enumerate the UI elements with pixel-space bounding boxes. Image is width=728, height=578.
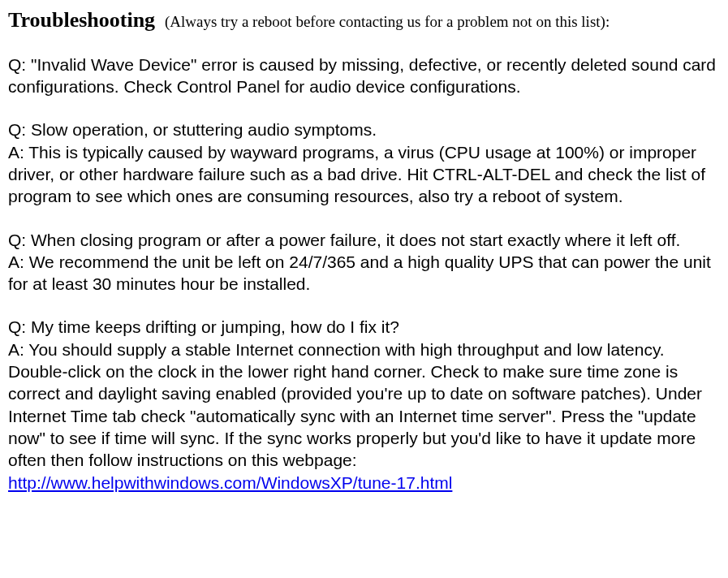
question-text: Q: My time keeps drifting or jumping, ho… [8,316,720,338]
answer-prefix: A: You should supply a stable Internet c… [8,340,702,469]
qa-item-1: Q: "Invalid Wave Device" error is caused… [8,54,720,98]
page-title: Troubleshooting [8,8,155,32]
page-subtitle: (Always try a reboot before contacting u… [165,13,610,30]
answer-text: A: We recommend the unit be left on 24/7… [8,251,720,295]
qa-item-4: Q: My time keeps drifting or jumping, ho… [8,316,720,493]
answer-text: A: You should supply a stable Internet c… [8,339,720,494]
document-header: Troubleshooting (Always try a reboot bef… [8,6,720,34]
answer-text: A: This is typically caused by wayward p… [8,141,720,208]
external-link[interactable]: http://www.helpwithwindows.com/WindowsXP… [8,473,452,492]
qa-item-3: Q: When closing program or after a power… [8,229,720,295]
qa-item-2: Q: Slow operation, or stuttering audio s… [8,119,720,207]
question-text: Q: Slow operation, or stuttering audio s… [8,119,720,140]
question-text: Q: "Invalid Wave Device" error is caused… [8,54,720,98]
question-text: Q: When closing program or after a power… [8,229,720,251]
